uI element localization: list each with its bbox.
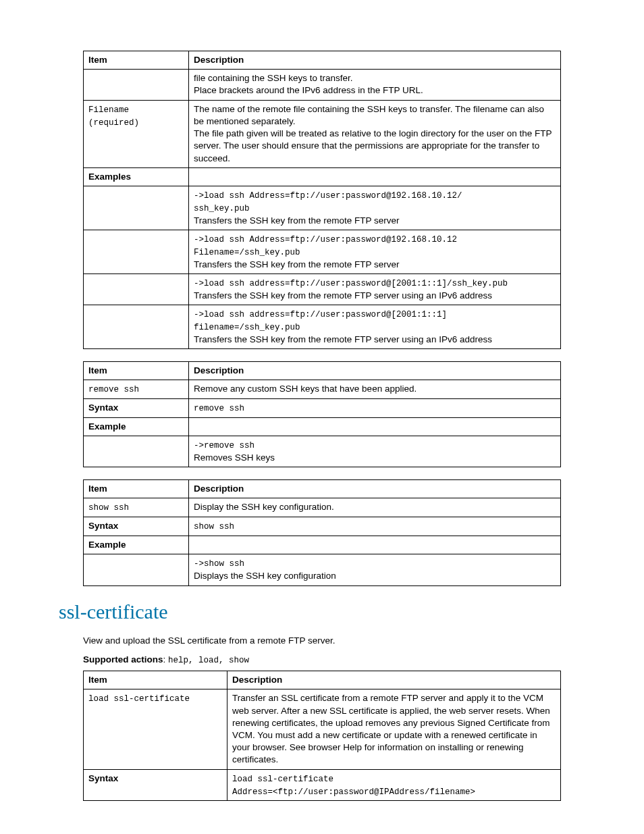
section-heading-ssl-certificate: ssl-certificate: [59, 598, 561, 626]
table-ssh-show: Item Description show ssh Display the SS…: [83, 479, 561, 585]
example-code: filename=/ssh_key.pub: [194, 323, 300, 332]
table-row: ->load ssh address=ftp://user:password@[…: [84, 273, 561, 305]
col-header-description: Description: [189, 361, 561, 380]
table-row: Syntax remove ssh: [84, 399, 561, 418]
command-name: load ssl-certificate: [88, 694, 190, 704]
syntax-code: load ssl-certificate: [232, 775, 333, 784]
command-name: show ssh: [88, 503, 129, 513]
table-row: ->load ssh Address=ftp://user:password@1…: [84, 230, 561, 273]
example-code: ->load ssh address=ftp://user:password@[…: [194, 279, 508, 288]
example-caption: Removes SSH keys: [194, 452, 275, 463]
example-caption: Transfers the SSH key from the remote FT…: [194, 334, 492, 344]
cell-text: The name of the remote file containing t…: [194, 104, 544, 126]
table-row: Filename (required) The name of the remo…: [84, 100, 561, 167]
col-header-item: Item: [84, 361, 189, 380]
cell-text: Transfer an SSL certificate from a remot…: [227, 689, 561, 769]
section-label-examples: Examples: [84, 167, 189, 186]
syntax-code: remove ssh: [194, 404, 244, 413]
table-ssl-certificate: Item Description load ssl-certificate Tr…: [83, 671, 561, 801]
supported-actions-line: Supported actions: help, load, show: [83, 654, 561, 667]
example-code: ->remove ssh: [194, 441, 254, 450]
table-row: ->load ssh Address=ftp://user:password@1…: [84, 186, 561, 230]
col-header-description: Description: [227, 671, 561, 689]
cell-text: Display the SSH key configuration.: [189, 498, 561, 517]
table-row: Example: [84, 536, 561, 554]
col-header-item: Item: [84, 51, 189, 70]
cell-text: Place brackets around the IPv6 address i…: [194, 85, 423, 95]
example-caption: Displays the SSH key configuration: [194, 571, 336, 581]
section-label-syntax: Syntax: [84, 399, 189, 418]
table-ssh-load: Item Description file containing the SSH…: [83, 51, 561, 349]
table-row: Examples: [84, 167, 561, 186]
example-code: ssh_key.pub: [194, 204, 250, 213]
syntax-code: Address=<ftp://user:password@IPAddress/f…: [232, 787, 475, 797]
table-ssh-remove: Item Description remove ssh Remove any c…: [83, 361, 561, 467]
table-row: Syntax show ssh: [84, 517, 561, 536]
col-header-description: Description: [189, 480, 561, 498]
section-label-example: Example: [84, 536, 189, 554]
table-row: Example: [84, 417, 561, 436]
example-caption: Transfers the SSH key from the remote FT…: [194, 290, 492, 301]
table-header-row: Item Description: [84, 51, 561, 70]
table-header-row: Item Description: [84, 671, 561, 689]
example-caption: Transfers the SSH key from the remote FT…: [194, 259, 400, 269]
command-name: remove ssh: [88, 385, 139, 394]
table-header-row: Item Description: [84, 361, 561, 380]
table-row: show ssh Display the SSH key configurati…: [84, 498, 561, 517]
section-label-example: Example: [84, 417, 189, 436]
supported-actions-values: help, load, show: [168, 656, 249, 665]
example-code: ->load ssh address=ftp://user:password@[…: [194, 310, 447, 319]
supported-actions-label: Supported actions: [83, 654, 163, 664]
table-row: Syntax load ssl-certificate Address=<ftp…: [84, 769, 561, 801]
table-row: ->remove ssh Removes SSH keys: [84, 436, 561, 467]
col-header-item: Item: [84, 671, 227, 689]
cell-text: The file path given will be treated as r…: [194, 128, 552, 163]
syntax-code: show ssh: [194, 522, 234, 531]
table-row: remove ssh Remove any custom SSH keys th…: [84, 380, 561, 399]
col-header-description: Description: [189, 51, 561, 70]
example-code: ->load ssh Address=ftp://user:password@1…: [194, 191, 462, 201]
table-header-row: Item Description: [84, 480, 561, 498]
section-label-syntax: Syntax: [84, 769, 227, 801]
param-name: Filename: [88, 105, 129, 115]
section-intro: View and upload the SSL certificate from…: [83, 635, 561, 647]
cell-text: Remove any custom SSH keys that have bee…: [189, 380, 561, 399]
example-caption: Transfers the SSH key from the remote FT…: [194, 215, 400, 226]
example-code: ->show ssh: [194, 559, 244, 569]
col-header-item: Item: [84, 480, 189, 498]
example-code: Filename=/ssh_key.pub: [194, 248, 300, 257]
cell-text: file containing the SSH keys to transfer…: [194, 73, 353, 83]
table-row: ->load ssh address=ftp://user:password@[…: [84, 305, 561, 349]
table-row: file containing the SSH keys to transfer…: [84, 70, 561, 100]
example-code: ->load ssh Address=ftp://user:password@1…: [194, 235, 457, 244]
table-row: ->show ssh Displays the SSH key configur…: [84, 554, 561, 585]
table-row: load ssl-certificate Transfer an SSL cer…: [84, 689, 561, 769]
section-label-syntax: Syntax: [84, 517, 189, 536]
param-required: (required): [88, 118, 139, 128]
